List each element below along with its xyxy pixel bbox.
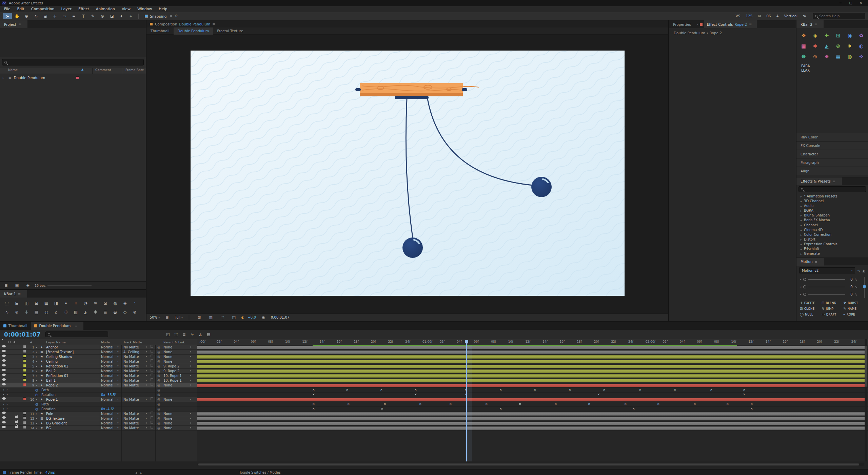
mode-select[interactable]: Normal	[101, 374, 113, 378]
motion-rope-button[interactable]: ⌖ROPE	[841, 312, 863, 318]
comp-tab-fractal-texture[interactable]: Fractal Texture	[213, 27, 247, 35]
effects-category-generate[interactable]: ▸Generate	[796, 251, 868, 256]
selection-tool[interactable]: ➤	[3, 13, 12, 19]
parent-select[interactable]: 9. Rope 2	[163, 364, 179, 368]
trackmatte-select[interactable]: No Matte	[123, 416, 139, 421]
layer-name[interactable]: [Fractal Texture]	[46, 350, 74, 354]
next-keyframe-icon[interactable]: ▸	[7, 407, 8, 411]
prev-keyframe-icon[interactable]: ◂	[3, 388, 4, 392]
layer-name[interactable]: Pole	[46, 412, 53, 416]
parent-pickwhip-icon[interactable]: @	[157, 426, 160, 430]
parent-select[interactable]: None	[163, 397, 172, 402]
column-parent-link[interactable]: Parent & Link	[163, 339, 185, 345]
layer-duration-bar[interactable]	[197, 417, 867, 420]
keyframe[interactable]: ✕	[632, 407, 635, 411]
toolbar-button-125[interactable]: 125	[743, 14, 755, 18]
expand-icon[interactable]: ▸	[801, 233, 802, 236]
keyframe[interactable]: ✕	[693, 402, 696, 406]
preserve-transparency-toggle[interactable]	[151, 345, 153, 348]
trackmatte-select[interactable]: No Matte	[123, 374, 139, 378]
zoom-select[interactable]: 50% ▾	[150, 316, 160, 319]
motion-graph-icon[interactable]: ∿	[857, 268, 860, 273]
layer-duration-bar[interactable]	[197, 426, 867, 430]
frame-blending-icon[interactable]: ∿	[188, 331, 196, 338]
shape-tool[interactable]: ▭	[60, 13, 69, 19]
keyframe[interactable]: ✕	[381, 407, 383, 411]
kbar1-script-button[interactable]: ◫	[22, 299, 32, 308]
expand-icon[interactable]: ▸	[36, 369, 37, 373]
tab-effects-presets[interactable]: Effects & Presets≡	[796, 177, 842, 185]
expand-icon[interactable]: ▸	[36, 355, 37, 359]
keyframe[interactable]: ✕	[750, 407, 753, 411]
kbar1-script-button[interactable]: ⬚	[2, 299, 12, 308]
layer-name[interactable]: BG Texture	[46, 416, 64, 421]
panel-tab-ray-color[interactable]: Ray Color	[796, 133, 868, 141]
kbar2-script-button[interactable]: ✸	[844, 41, 855, 51]
kbar1-script-button[interactable]: ✣	[61, 308, 71, 317]
grid-guides-icon[interactable]: ⊞	[163, 314, 171, 321]
expand-icon[interactable]: ▸	[36, 374, 37, 378]
kbar1-script-button[interactable]: ✤	[91, 308, 100, 317]
eraser-tool[interactable]: ◪	[107, 13, 116, 19]
mode-select[interactable]: Normal	[101, 345, 113, 349]
keyframe[interactable]: ✕	[624, 402, 627, 406]
property-value[interactable]: 0x -4.6°	[101, 407, 115, 411]
timeline-tab-thumbnail[interactable]: Thumbnail	[0, 322, 31, 330]
kbar2-script-button[interactable]: ⊞	[832, 30, 844, 41]
parent-pickwhip-icon[interactable]: @	[157, 416, 160, 421]
eye-icon[interactable]	[2, 426, 6, 428]
keyframe[interactable]: ✕	[674, 388, 676, 392]
eye-icon[interactable]	[2, 416, 6, 419]
keyframe[interactable]: ✕	[312, 402, 315, 406]
expression-pickwhip-icon[interactable]: @	[157, 393, 160, 397]
kbar1-script-button[interactable]: ▤	[32, 308, 41, 317]
kbar2-script-button[interactable]: ⊕	[809, 51, 821, 62]
label-swatch[interactable]	[23, 412, 26, 415]
pen-tool[interactable]: ✒	[70, 13, 78, 19]
tab-effect-controls[interactable]: Effect Controls Rope 2 ≡	[704, 20, 757, 28]
layer-row-ceiling[interactable]: 4▸★CeilingNormal▾No Matte▾@None▾	[0, 359, 197, 364]
tab-project[interactable]: Project≡	[0, 20, 27, 28]
help-search-input[interactable]	[819, 14, 863, 18]
eye-icon[interactable]	[2, 355, 6, 357]
next-keyframe-icon[interactable]: ▸	[7, 393, 8, 397]
column-framerate[interactable]: Frame Rate	[125, 68, 144, 72]
parent-select[interactable]: None	[163, 421, 172, 425]
toggle-switches-modes-button[interactable]: Toggle Switches / Modes	[239, 471, 281, 474]
parent-pickwhip-icon[interactable]: @	[157, 345, 160, 349]
parent-select[interactable]: None	[163, 350, 172, 354]
timeline-tab-double-pendulum[interactable]: Double Pendulum≡	[31, 322, 83, 330]
panel-tab-character[interactable]: Character	[796, 150, 868, 158]
layer-row-bg[interactable]: 14▸★BGNormal▾No Matte▾@None▾	[0, 426, 197, 431]
menu-composition[interactable]: Composition	[28, 6, 58, 12]
panel-menu-icon[interactable]: ≡	[747, 22, 754, 26]
playhead-line[interactable]	[466, 344, 467, 461]
brush-tool[interactable]: ✎	[88, 13, 97, 19]
motion-clone-button[interactable]: ⊡CLONE	[798, 306, 820, 311]
property-row-rope-1-path[interactable]: ◂▸◷Path@	[0, 402, 197, 407]
expand-icon[interactable]: ▸	[36, 416, 37, 421]
effects-category-blur-sharpen[interactable]: ▸Blur & Sharpen	[796, 213, 868, 218]
keyframe[interactable]: ✕	[554, 402, 557, 406]
slider-knob[interactable]	[803, 293, 806, 296]
kbar1-script-button[interactable]: ◍	[110, 299, 120, 308]
kbar1-script-button[interactable]: ⊚	[12, 308, 22, 317]
expand-icon[interactable]: ▸	[36, 426, 37, 430]
slider-track[interactable]	[808, 294, 845, 294]
property-row-rope-1-rotation[interactable]: ◂▸◷Rotation0x -4.6°@	[0, 407, 197, 412]
layer-duration-bar[interactable]	[197, 355, 867, 359]
label-swatch[interactable]	[23, 359, 26, 362]
decrement-icon[interactable]: ◂	[800, 285, 801, 288]
layer-duration-bar[interactable]	[197, 374, 867, 378]
motion-slider[interactable]: ◂ 0 ∿	[796, 283, 863, 290]
draft-3d-icon[interactable]: ⬚	[172, 331, 180, 338]
expand-icon[interactable]: ▸	[801, 209, 802, 212]
eye-icon[interactable]	[2, 350, 6, 352]
motion-preset-select[interactable]: Motion v2▾	[799, 267, 855, 273]
expand-icon[interactable]: ▸	[36, 378, 37, 383]
effects-search[interactable]	[798, 186, 866, 192]
puppet-pin-tool[interactable]: ⌖	[126, 13, 135, 19]
slider-value[interactable]: 0	[847, 285, 853, 289]
motion-burst-button[interactable]: ❖BURST	[841, 300, 863, 306]
kbar1-script-button[interactable]: ✚	[120, 299, 130, 308]
